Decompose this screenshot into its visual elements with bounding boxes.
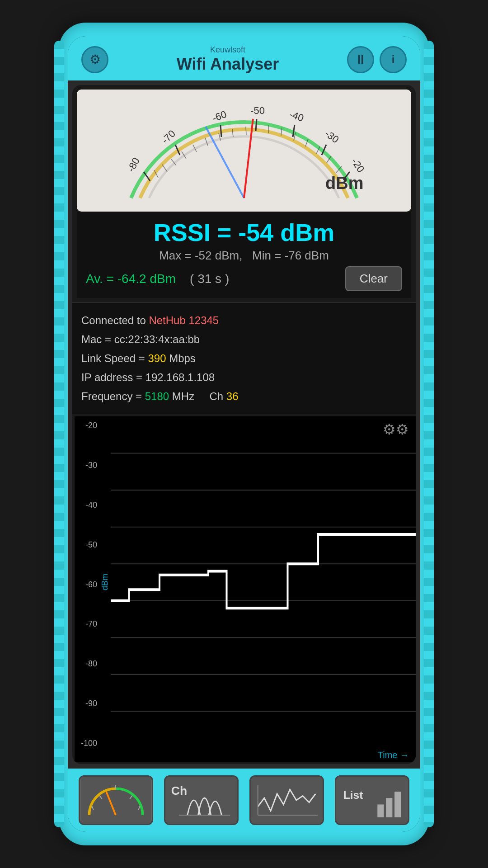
pause-icon: ⏸: [354, 52, 367, 67]
svg-line-7: [256, 119, 257, 131]
svg-line-23: [246, 127, 246, 135]
svg-rect-57: [377, 804, 384, 817]
app-subtitle: Keuwlsoft: [108, 45, 347, 55]
link-speed-line: Link Speed = 390 Mbps: [81, 350, 407, 367]
time-label: Time →: [378, 750, 409, 760]
mac-line: Mac = cc:22:33:4x:aa:bb: [81, 331, 407, 348]
rssi-value: RSSI = -54 dBm: [86, 218, 402, 246]
y-label-1: -20: [75, 421, 99, 430]
y-label-3: -40: [75, 500, 99, 510]
ip-line: IP address = 192.168.1.108: [81, 369, 407, 386]
y-label-9: -100: [75, 739, 99, 748]
info-button[interactable]: i: [380, 46, 407, 73]
pause-button[interactable]: ⏸: [347, 46, 374, 73]
rssi-min: Min = -76 dBm: [252, 249, 329, 262]
settings-button[interactable]: ⚙: [81, 46, 108, 73]
meter-section: -80 -70 -60 -50 -40: [72, 85, 416, 302]
app-title-block: Keuwlsoft Wifi Analyser: [108, 45, 347, 74]
svg-text:dBm: dBm: [325, 174, 363, 193]
freq-line: Frequency = 5180 MHz Ch 36: [81, 388, 407, 405]
connected-line: Connected to NetHub 12345: [81, 312, 407, 329]
y-label-8: -90: [75, 699, 99, 708]
svg-text:-50: -50: [250, 105, 265, 116]
tab-signal[interactable]: [249, 775, 324, 825]
y-label-7: -80: [75, 659, 99, 669]
chart-area: ⚙⚙: [111, 416, 416, 748]
svg-rect-42: [81, 777, 151, 824]
y-label-6: -70: [75, 619, 99, 629]
svg-line-5: [221, 125, 221, 137]
svg-rect-58: [386, 798, 392, 817]
connection-info: Connected to NetHub 12345 Mac = cc:22:33…: [72, 302, 416, 414]
svg-text:Ch: Ch: [171, 784, 187, 797]
dbm-axis-label: dBm: [99, 416, 111, 748]
y-axis: -20 -30 -40 -50 -60 -70 -80 -90 -100: [75, 416, 99, 748]
graph-container: -20 -30 -40 -50 -60 -70 -80 -90 -100 dBm: [75, 416, 416, 762]
gear-icon: ⚙: [89, 52, 101, 67]
device-shell: ⚙ Keuwlsoft Wifi Analyser ⏸ i: [59, 23, 429, 845]
rssi-avg-row: Av. = -64.2 dBm ( 31 s ) Clear: [86, 266, 402, 291]
rssi-avg: Av. = -64.2 dBm ( 31 s ): [86, 272, 229, 286]
rssi-display: RSSI = -54 dBm Max = -52 dBm, Min = -76 …: [77, 212, 411, 298]
rssi-minmax: Max = -52 dBm, Min = -76 dBm: [86, 249, 402, 263]
app-header: ⚙ Keuwlsoft Wifi Analyser ⏸ i: [68, 36, 420, 80]
svg-text:List: List: [343, 789, 363, 801]
svg-rect-59: [394, 792, 401, 817]
tab-channel[interactable]: Ch: [164, 775, 239, 825]
meter-dial: -80 -70 -60 -50 -40: [77, 90, 411, 212]
tab-list[interactable]: List: [335, 775, 409, 825]
rssi-max: Max = -52 dBm,: [159, 249, 242, 262]
info-icon: i: [392, 53, 395, 66]
y-label-4: -50: [75, 540, 99, 550]
y-label-2: -30: [75, 461, 99, 470]
inner-frame: ⚙ Keuwlsoft Wifi Analyser ⏸ i: [68, 36, 420, 832]
graph-settings-button[interactable]: ⚙⚙: [383, 421, 409, 438]
bottom-nav: Ch: [68, 769, 420, 832]
time-label-row: Time →: [75, 748, 416, 762]
y-label-5: -60: [75, 580, 99, 590]
clear-button[interactable]: Clear: [345, 266, 402, 291]
main-content: -80 -70 -60 -50 -40: [72, 85, 416, 764]
tab-meter[interactable]: [79, 775, 153, 825]
app-title: Wifi Analyser: [108, 55, 347, 74]
